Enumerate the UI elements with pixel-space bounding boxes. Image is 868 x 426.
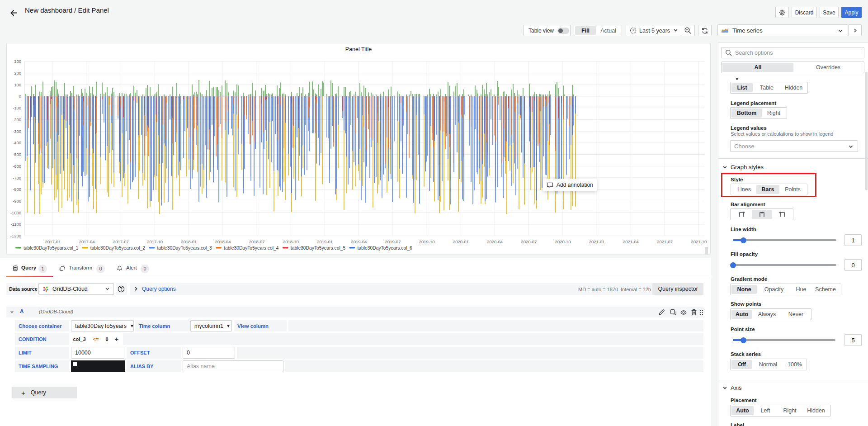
svg-text:2017-10: 2017-10 <box>147 239 163 244</box>
svg-text:-1000: -1000 <box>10 210 21 215</box>
svg-text:2017-04: 2017-04 <box>79 239 95 244</box>
svg-text:-400: -400 <box>13 140 21 145</box>
svg-text:2020-07: 2020-07 <box>521 239 537 244</box>
svg-text:table30DayTo5years.col_2: table30DayTo5years.col_2 <box>90 246 146 251</box>
svg-text:2020-04: 2020-04 <box>487 239 503 244</box>
svg-text:-1200: -1200 <box>10 233 21 238</box>
svg-text:2017-01: 2017-01 <box>45 239 61 244</box>
svg-text:100: 100 <box>14 82 21 87</box>
svg-text:-200: -200 <box>13 117 21 122</box>
svg-text:table30DayTo5years.col_5: table30DayTo5years.col_5 <box>291 246 346 251</box>
svg-text:table30DayTo5years.col_4: table30DayTo5years.col_4 <box>224 246 279 251</box>
svg-text:2019-10: 2019-10 <box>419 239 435 244</box>
svg-text:2017-07: 2017-07 <box>113 239 129 244</box>
svg-text:2021-04: 2021-04 <box>623 239 639 244</box>
svg-text:2019-07: 2019-07 <box>385 239 401 244</box>
svg-text:2021-10: 2021-10 <box>691 239 707 244</box>
svg-text:-100: -100 <box>13 105 21 110</box>
svg-text:2021-07: 2021-07 <box>657 239 673 244</box>
svg-text:-500: -500 <box>13 152 21 157</box>
svg-text:-800: -800 <box>13 187 21 192</box>
svg-text:0: 0 <box>19 94 21 99</box>
svg-text:300: 300 <box>14 59 21 64</box>
svg-text:2018-07: 2018-07 <box>249 239 265 244</box>
svg-text:2018-04: 2018-04 <box>215 239 231 244</box>
svg-text:-600: -600 <box>13 164 21 169</box>
svg-text:2020-10: 2020-10 <box>555 239 571 244</box>
svg-text:-900: -900 <box>13 199 21 204</box>
svg-text:2020-01: 2020-01 <box>453 239 469 244</box>
svg-text:-300: -300 <box>13 129 21 134</box>
svg-text:table30DayTo5years.col_1: table30DayTo5years.col_1 <box>24 246 79 251</box>
svg-text:2018-10: 2018-10 <box>283 239 299 244</box>
svg-text:-700: -700 <box>13 175 21 180</box>
svg-text:-1100: -1100 <box>10 222 21 227</box>
svg-text:2019-01: 2019-01 <box>317 239 333 244</box>
svg-text:2018-01: 2018-01 <box>181 239 197 244</box>
svg-text:table30DayTo5years.col_3: table30DayTo5years.col_3 <box>157 246 212 251</box>
svg-text:table30DayTo5years.col_6: table30DayTo5years.col_6 <box>358 246 413 251</box>
svg-text:2019-04: 2019-04 <box>351 239 367 244</box>
svg-text:200: 200 <box>14 71 21 76</box>
svg-text:2021-01: 2021-01 <box>589 239 605 244</box>
